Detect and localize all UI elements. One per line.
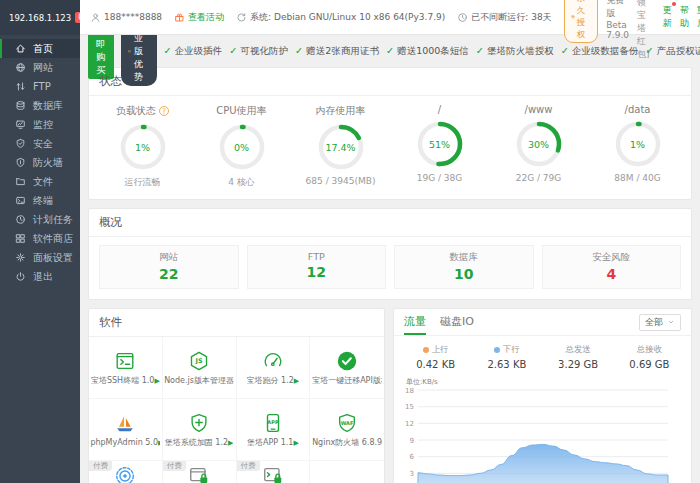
software-site-monitor-report[interactable]: 付费网站监控报表购买 [89,461,163,483]
tile-websites[interactable]: 网站22 [99,245,239,289]
play-icon: ▶ [293,439,298,447]
tile-label: 安全风险 [543,251,681,264]
clock-icon [15,214,26,225]
software-benchmark[interactable]: 宝塔跑分 1.2▶ [237,337,311,399]
software-title: 软件 [89,309,384,337]
overview-title: 概况 [89,209,691,237]
tab-disk-io[interactable]: 磁盘IO [440,309,474,335]
software-version: 1.2 [281,376,294,385]
home-icon [15,43,26,54]
traffic-filter-select[interactable]: 全部 [639,314,681,331]
status-title: 状态 [89,68,691,96]
ssh-terminal-icon [114,350,136,372]
bt-panel-app: 192.168.1.123 0 首页 网站 FTP 数据库 监控 安全 防火墙 … [0,0,700,483]
load-gauge-ring: 1% [117,121,169,173]
window-lock-icon [188,465,210,483]
paid-tag: 付费 [237,461,260,471]
software-tamper-proof[interactable]: 付费网站防篡改程序购买 [163,461,237,483]
update-link[interactable]: 更新 [663,4,672,30]
software-name: 宝塔跑分 [247,376,279,385]
gauge-value: 1% [117,121,169,173]
gauge-value: 17.4% [315,121,367,173]
activity-link[interactable]: 查看活动 [174,11,224,24]
software-bt-app[interactable]: APP堡塔APP 1.1▶ [237,399,311,461]
feature-item: 赠送2张商用证书 [295,45,379,58]
server-ip-header[interactable]: 192.168.1.123 0 [0,0,80,35]
legend-label: 上行 [432,344,449,356]
sidebar-item-ftp[interactable]: FTP [0,77,80,96]
sidebar-item-security[interactable]: 安全 [0,134,80,153]
tile-security-risks[interactable]: 安全风险4 [542,245,682,289]
activity-label: 查看活动 [188,11,224,24]
sidebar-item-panel-settings[interactable]: 面板设置 [0,248,80,267]
software-nodejs-manager[interactable]: JSNode.js版本管理器 1.6▶ [163,337,237,399]
terminal-icon [15,195,26,206]
legend-value: 0.69 GB [614,359,685,370]
traffic-tabs: 流量 磁盘IO 全部 [394,309,691,336]
sidebar-item-cron[interactable]: 计划任务 [0,210,80,229]
gauge-caption: 19G / 38G [417,173,463,183]
uptime-clock-icon [457,12,468,23]
sidebar-item-website[interactable]: 网站 [0,58,80,77]
sidebar-item-logout[interactable]: 退出 [0,267,80,286]
sidebar-item-app-store[interactable]: 软件商店 [0,229,80,248]
gauge-cpu: CPU使用率 0% 4 核心 [192,104,291,189]
main-area: 188****8888 查看活动 系统: Debian GNU/Linux 10… [80,0,700,483]
svg-text:15: 15 [405,403,414,411]
tile-label: 网站 [100,251,238,264]
crown-icon [128,46,131,56]
software-migration-api[interactable]: 宝塔一键迁移API版本 2.2▶ [310,337,384,399]
software-ssh-terminal[interactable]: 宝塔SSH终端 1.0▶ [89,337,163,399]
sidebar-item-label: 首页 [33,42,53,56]
sidebar-item-label: 终端 [33,194,53,208]
bottom-row: 软件 宝塔SSH终端 1.0▶ JSNode.js版本管理器 1.6▶ 宝塔跑分… [88,308,692,483]
svg-text:12: 12 [405,420,414,428]
tab-traffic[interactable]: 流量 [404,309,426,335]
software-version: 1.0 [142,376,155,385]
downstream-dot [494,347,500,353]
legend-downstream: 下行2.63 KB [471,344,542,370]
status-card: 状态 负载状态? 1% 运行流畅 CPU使用率 0% 4 核心 内存使用率 17 [88,67,692,200]
gauge-caption: 685 / 3945(MB) [306,176,376,186]
sidebar-item-firewall[interactable]: 防火墙 [0,153,80,172]
gauge-value: 30% [513,118,565,170]
help-link[interactable]: 帮助 [680,4,689,30]
tile-value: 10 [395,266,533,282]
software-version: 1.1 [281,438,294,447]
speedometer-icon [262,350,284,372]
feature-item: 产品授权证书 [645,45,700,58]
question-icon[interactable]: ? [159,106,169,116]
buy-now-button[interactable]: 立即购买 [88,35,114,79]
gauge-caption: 4 核心 [228,176,255,189]
terminal-lock-icon [262,465,284,483]
sidebar-item-database[interactable]: 数据库 [0,96,80,115]
gear-icon [15,252,26,263]
software-name: 宝塔SSH终端 [91,376,139,385]
tile-databases[interactable]: 数据库10 [394,245,534,289]
restart-link[interactable]: 重启 [697,4,700,30]
software-phpmyadmin[interactable]: phpMyAdmin 5.0▶ [89,399,163,461]
software-version: 1.2 [215,438,228,447]
software-system-hardening[interactable]: 堡塔系统加固 1.2▶ [163,399,237,461]
software-nginx-waf[interactable]: WAFNginx防火墙 6.8.9▶ [310,399,384,461]
uptime-text: 已不间断运行: 38天 [471,11,551,24]
feature-item: 企业级数据备份 [561,45,639,58]
play-icon: ▶ [158,439,160,447]
tile-label: 数据库 [395,251,533,264]
sidebar-item-files[interactable]: 文件 [0,172,80,191]
gauge-disk-www: /www 30% 22G / 79G [489,104,588,189]
tile-value: 22 [100,266,238,282]
software-anti-intrusion[interactable]: 付费堡塔防入侵购买 [237,461,311,483]
check-circle-icon [336,350,358,372]
database-icon [15,100,26,111]
paid-tag: 付费 [163,461,186,471]
sidebar-item-home[interactable]: 首页 [0,39,80,58]
sidebar-item-monitor[interactable]: 监控 [0,115,80,134]
play-icon: ▶ [228,439,233,447]
uptime-info: 已不间断运行: 38天 [457,11,551,24]
user-account[interactable]: 188****8888 [90,12,162,23]
gauge-disk-root: / 51% 19G / 38G [390,104,489,189]
sidebar-item-terminal[interactable]: 终端 [0,191,80,210]
legend-label: 下行 [503,344,520,356]
tile-ftp[interactable]: FTP12 [247,245,387,289]
